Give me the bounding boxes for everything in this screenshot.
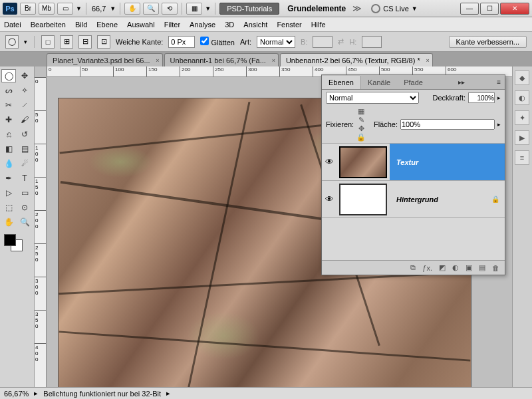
opacity-input[interactable] [468,92,495,103]
adjustments-icon[interactable]: ◐ [515,90,529,105]
menu-3d[interactable]: 3D [225,21,234,29]
move-tool[interactable]: ✥ [17,69,32,82]
selection-subtract[interactable]: ⊟ [78,35,92,49]
layer-name[interactable]: Textur [390,144,505,180]
rotate-view-button[interactable]: ⟲ [162,3,178,15]
history-brush-tool[interactable]: ↺ [17,128,32,141]
new-layer-icon[interactable]: ▤ [479,263,485,272]
lock-all-icon[interactable]: 🔒 [356,133,366,142]
bridge-button[interactable]: Br [20,3,36,15]
foreground-swatch[interactable] [4,234,16,246]
minibridge-button[interactable]: Mb [39,3,55,15]
group-icon[interactable]: ▣ [466,263,472,272]
doctab-0[interactable]: Planet_Variante3.psd bei 66...× [47,53,163,66]
layer-thumbnail[interactable] [339,146,387,178]
selection-new[interactable]: □ [41,35,55,49]
blend-mode-select[interactable]: Normal [326,92,419,104]
heal-tool[interactable]: ✚ [1,113,16,126]
3d-tool[interactable]: ⬚ [1,201,16,214]
arrange-button[interactable]: ▦ [186,3,202,15]
feather-input[interactable] [168,36,195,48]
eraser-tool[interactable]: ◧ [1,142,16,156]
menu-analyse[interactable]: Analyse [190,21,215,29]
mask-icon[interactable]: ◩ [439,263,446,272]
menu-ansicht[interactable]: Ansicht [243,21,267,29]
visibility-icon[interactable]: 👁 [322,157,336,167]
layer-name[interactable]: Hintergrund [390,181,491,217]
blur-tool[interactable]: 💧 [1,157,16,170]
doctab-2[interactable]: Unbenannt-2 bei 66,7% (Textur, RGB/8) *× [280,53,433,66]
color-swatches[interactable] [1,234,33,254]
lasso-tool[interactable]: ᔕ [1,84,16,97]
screenmode-button[interactable]: ▭ [57,3,73,15]
selection-intersect[interactable]: ⊡ [97,35,110,49]
zoom-value[interactable]: 66,7 [92,5,106,13]
window-close[interactable]: ✕ [500,3,529,15]
shape-tool[interactable]: ▭ [17,186,32,200]
tool-preset-icon[interactable]: ◯ [5,35,19,49]
zoom-arrow[interactable]: ▼ [110,5,116,12]
fx-icon[interactable]: ƒx. [422,264,432,272]
stamp-tool[interactable]: ⎌ [1,128,16,141]
menu-datei[interactable]: Datei [4,21,21,29]
workspace-overflow[interactable]: ≫ [352,3,362,13]
fill-input[interactable] [400,119,495,130]
layer-thumbnail[interactable] [339,184,387,215]
close-icon[interactable]: × [156,57,159,64]
lock-transparency-icon[interactable]: ▦ [356,107,366,116]
window-maximize[interactable]: ☐ [480,3,499,15]
tab-ebenen[interactable]: Ebenen [322,76,361,89]
tab-pfade[interactable]: Pfade [397,76,430,89]
menu-filter[interactable]: Filter [164,21,180,29]
layers-icon[interactable]: ◆ [515,70,529,85]
layer-hintergrund[interactable]: 👁 Hintergrund 🔒 [322,181,505,218]
doctab-1[interactable]: Unbenannt-1 bei 66,7% (Fa...× [164,53,279,66]
refine-edge-button[interactable]: Kante verbessern... [449,36,527,48]
3d-camera-tool[interactable]: ⊙ [17,201,32,214]
layer-textur[interactable]: 👁 Textur [322,144,505,181]
hand-tool[interactable]: ✋ [1,215,16,229]
panel-menu-icon[interactable]: ≡ [493,78,505,86]
styles-icon[interactable]: ✦ [515,110,529,125]
adjustment-layer-icon[interactable]: ◐ [452,263,459,272]
gradient-tool[interactable]: ▤ [17,142,32,156]
menu-hilfe[interactable]: Hilfe [311,21,326,29]
brush-tool[interactable]: 🖌 [17,113,32,126]
eyedropper-tool[interactable]: ⟋ [17,98,32,112]
hand-view-button[interactable]: ✋ [124,3,140,15]
status-zoom[interactable]: 66,67% [4,390,29,398]
menu-bild[interactable]: Bild [75,21,87,29]
lock-position-icon[interactable]: ✥ [356,124,366,133]
menu-ebene[interactable]: Ebene [96,21,118,29]
selection-add[interactable]: ⊞ [60,35,73,49]
arrange-arrow[interactable]: ▼ [205,5,211,12]
zoom-view-button[interactable]: 🔍 [143,3,159,15]
menu-auswahl[interactable]: Auswahl [127,21,155,29]
history-icon[interactable]: ≡ [515,150,529,165]
crop-tool[interactable]: ✂ [1,98,16,112]
close-icon[interactable]: × [272,57,275,64]
screenmode-arrow[interactable]: ▼ [76,5,82,12]
pen-tool[interactable]: ✒ [1,172,16,185]
dodge-tool[interactable]: ☄ [17,157,32,170]
path-tool[interactable]: ▷ [1,186,16,200]
zoom-tool[interactable]: 🔍 [17,215,32,229]
menu-fenster[interactable]: Fenster [277,21,301,29]
docset-label[interactable]: Grundelemente [287,4,346,13]
tab-kanaele[interactable]: Kanäle [361,76,397,89]
style-select[interactable]: Normal [257,36,295,48]
visibility-icon[interactable]: 👁 [322,194,336,204]
marquee-tool[interactable]: ◯ [1,69,16,82]
lock-pixels-icon[interactable]: ✎ [356,116,366,124]
type-tool[interactable]: T [17,172,32,185]
actions-icon[interactable]: ▶ [515,130,529,145]
workspace-select[interactable]: PSD-Tutorials [219,3,279,15]
wand-tool[interactable]: ✧ [17,84,32,97]
link-layers-icon[interactable]: ⧉ [410,263,416,272]
ruler-vertical[interactable]: 050100150200250300350400 [35,77,47,387]
window-minimize[interactable]: — [460,3,479,15]
close-icon[interactable]: × [426,57,429,64]
delete-layer-icon[interactable]: 🗑 [492,264,499,272]
cslive-button[interactable]: CS Live ▼ [371,4,417,13]
antialias-check[interactable]: Glätten [200,37,235,47]
